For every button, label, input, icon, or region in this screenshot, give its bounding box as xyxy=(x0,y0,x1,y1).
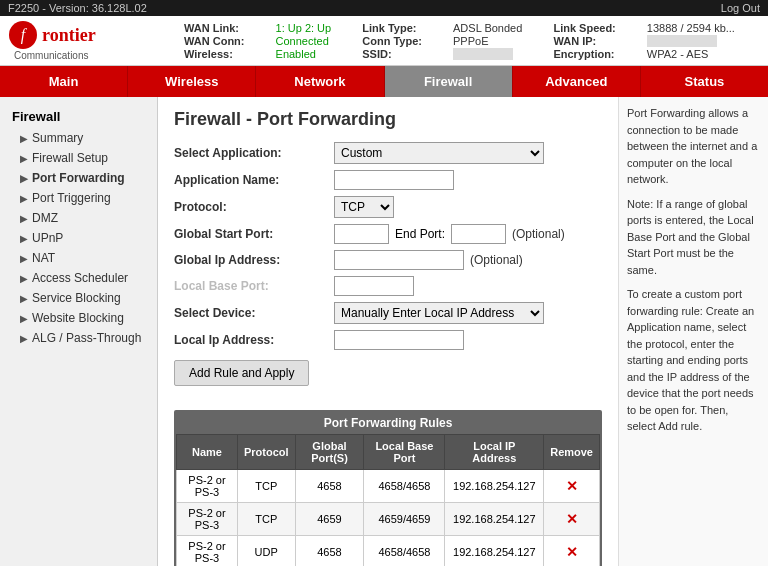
application-name-row: Application Name: xyxy=(174,170,602,190)
port-forwarding-table: Name Protocol Global Port(S) Local Base … xyxy=(176,434,600,566)
col-name: Name xyxy=(177,435,238,470)
arrow-icon: ▶ xyxy=(20,153,28,164)
cell-remove[interactable]: ✕ xyxy=(544,503,600,536)
wan-ip-label: WAN IP: xyxy=(553,35,640,47)
col-protocol: Protocol xyxy=(237,435,295,470)
nav-main[interactable]: Main xyxy=(0,66,128,97)
local-ip-input[interactable] xyxy=(334,330,464,350)
arrow-icon: ▶ xyxy=(20,233,28,244)
sidebar-item-access-scheduler[interactable]: ▶ Access Scheduler xyxy=(0,268,157,288)
local-ip-row: Local Ip Address: xyxy=(174,330,602,350)
table-row: PS-2 or PS-3 TCP 4658 4658/4658 192.168.… xyxy=(177,470,600,503)
page-title: Firewall - Port Forwarding xyxy=(174,109,602,130)
nav-firewall[interactable]: Firewall xyxy=(385,66,513,97)
remove-icon[interactable]: ✕ xyxy=(566,478,578,494)
global-port-row: Global Start Port: End Port: (Optional) xyxy=(174,224,602,244)
col-global-port: Global Port(S) xyxy=(295,435,364,470)
cell-remove[interactable]: ✕ xyxy=(544,470,600,503)
sidebar-label-summary: Summary xyxy=(32,131,83,145)
link-speed-label: Link Speed: xyxy=(553,22,640,34)
protocol-row: Protocol: TCP UDP Both xyxy=(174,196,602,218)
arrow-icon: ▶ xyxy=(20,333,28,344)
remove-icon[interactable]: ✕ xyxy=(566,511,578,527)
sidebar-item-firewall-setup[interactable]: ▶ Firewall Setup xyxy=(0,148,157,168)
port-range-area: End Port: (Optional) xyxy=(334,224,565,244)
logo-sub: Communications xyxy=(14,50,88,61)
nav-advanced[interactable]: Advanced xyxy=(513,66,641,97)
global-ip-area: (Optional) xyxy=(334,250,523,270)
encryption-value: WPA2 - AES xyxy=(647,48,760,60)
sidebar-item-dmz[interactable]: ▶ DMZ xyxy=(0,208,157,228)
wan-conn-label: WAN Conn: xyxy=(184,35,270,47)
sidebar-item-port-triggering[interactable]: ▶ Port Triggering xyxy=(0,188,157,208)
sidebar-label-dmz: DMZ xyxy=(32,211,58,225)
cell-protocol: UDP xyxy=(237,536,295,567)
link-type-value: ADSL Bonded xyxy=(453,22,547,34)
select-application-select[interactable]: Custom xyxy=(334,142,544,164)
port-forwarding-table-container: Port Forwarding Rules Name Protocol Glob… xyxy=(174,410,602,566)
sidebar-item-alg[interactable]: ▶ ALG / Pass-Through xyxy=(0,328,157,348)
nav-network[interactable]: Network xyxy=(256,66,384,97)
sidebar-title: Firewall xyxy=(0,105,157,128)
cell-global-port: 4658 xyxy=(295,536,364,567)
main-layout: Firewall ▶ Summary ▶ Firewall Setup ▶ Po… xyxy=(0,97,768,566)
arrow-icon: ▶ xyxy=(20,293,28,304)
remove-icon[interactable]: ✕ xyxy=(566,544,578,560)
sidebar-item-upnp[interactable]: ▶ UPnP xyxy=(0,228,157,248)
right-panel-text3: To create a custom port forwarding rule:… xyxy=(627,286,760,435)
protocol-select[interactable]: TCP UDP Both xyxy=(334,196,394,218)
ssid-value xyxy=(453,48,513,60)
sidebar-item-summary[interactable]: ▶ Summary xyxy=(0,128,157,148)
right-panel-text1: Port Forwarding allows a connection to b… xyxy=(627,105,760,188)
logo-area: f rontier Communications xyxy=(8,20,168,61)
link-speed-value: 13888 / 2594 kb... xyxy=(647,22,760,34)
sidebar-label-service-blocking: Service Blocking xyxy=(32,291,121,305)
global-start-port-input[interactable] xyxy=(334,224,389,244)
application-name-input[interactable] xyxy=(334,170,454,190)
protocol-label: Protocol: xyxy=(174,200,334,214)
cell-remove[interactable]: ✕ xyxy=(544,536,600,567)
global-start-port-label: Global Start Port: xyxy=(174,227,334,241)
right-panel-text2: Note: If a range of global ports is ente… xyxy=(627,196,760,279)
cell-global-port: 4658 xyxy=(295,470,364,503)
logout-link[interactable]: Log Out xyxy=(721,2,760,14)
arrow-icon: ▶ xyxy=(20,253,28,264)
sidebar-label-website-blocking: Website Blocking xyxy=(32,311,124,325)
global-ip-input[interactable] xyxy=(334,250,464,270)
col-remove: Remove xyxy=(544,435,600,470)
cell-local-ip: 192.168.254.127 xyxy=(445,470,544,503)
sidebar-item-port-forwarding[interactable]: ▶ Port Forwarding xyxy=(0,168,157,188)
status-info: WAN Link: 1: Up 2: Up Link Type: ADSL Bo… xyxy=(168,22,760,60)
local-base-port-input[interactable] xyxy=(334,276,414,296)
wan-conn-value: Connected xyxy=(276,35,357,47)
sidebar-item-website-blocking[interactable]: ▶ Website Blocking xyxy=(0,308,157,328)
encryption-label: Encryption: xyxy=(553,48,640,60)
sidebar-item-nat[interactable]: ▶ NAT xyxy=(0,248,157,268)
sidebar-item-service-blocking[interactable]: ▶ Service Blocking xyxy=(0,288,157,308)
col-local-base-port: Local Base Port xyxy=(364,435,445,470)
end-port-input[interactable] xyxy=(451,224,506,244)
right-panel: Port Forwarding allows a connection to b… xyxy=(618,97,768,566)
table-row: PS-2 or PS-3 UDP 4658 4658/4658 192.168.… xyxy=(177,536,600,567)
end-port-label: End Port: xyxy=(395,227,445,241)
sidebar-label-port-triggering: Port Triggering xyxy=(32,191,111,205)
end-port-optional: (Optional) xyxy=(512,227,565,241)
sidebar-label-firewall-setup: Firewall Setup xyxy=(32,151,108,165)
conn-type-label: Conn Type: xyxy=(362,35,447,47)
nav-status[interactable]: Status xyxy=(641,66,768,97)
add-rule-button[interactable]: Add Rule and Apply xyxy=(174,360,309,386)
select-device-select[interactable]: Manually Enter Local IP Address xyxy=(334,302,544,324)
cell-local-base-port: 4659/4659 xyxy=(364,503,445,536)
cell-protocol: TCP xyxy=(237,470,295,503)
top-bar: F2250 - Version: 36.128L.02 Log Out xyxy=(0,0,768,16)
arrow-icon: ▶ xyxy=(20,273,28,284)
wireless-label: Wireless: xyxy=(184,48,270,60)
local-ip-label: Local Ip Address: xyxy=(174,333,334,347)
nav-wireless[interactable]: Wireless xyxy=(128,66,256,97)
wan-link-label: WAN Link: xyxy=(184,22,270,34)
local-base-port-label: Local Base Port: xyxy=(174,279,334,293)
cell-name: PS-2 or PS-3 xyxy=(177,536,238,567)
sidebar: Firewall ▶ Summary ▶ Firewall Setup ▶ Po… xyxy=(0,97,158,566)
select-device-label: Select Device: xyxy=(174,306,334,320)
cell-name: PS-2 or PS-3 xyxy=(177,470,238,503)
